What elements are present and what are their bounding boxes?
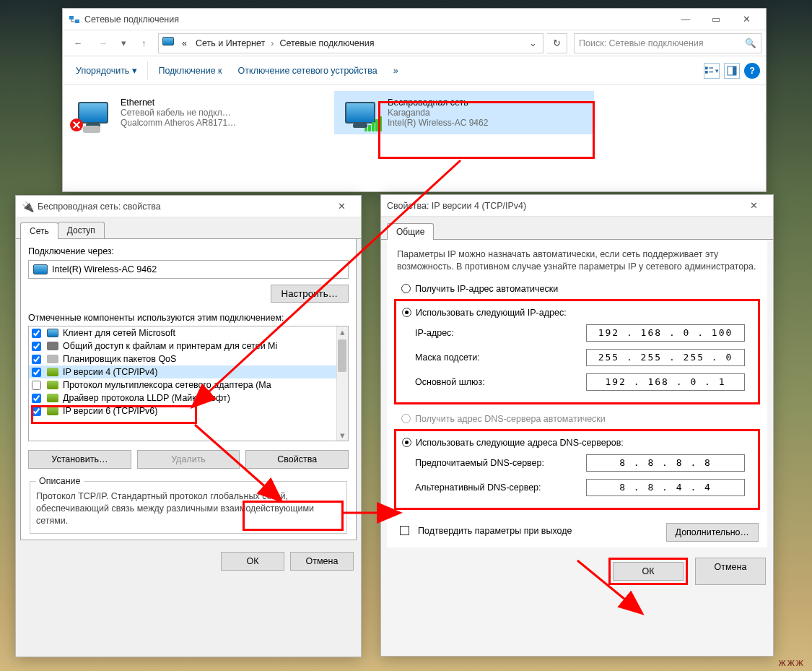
signal-bars-icon (364, 116, 382, 131)
window-titlebar[interactable]: Свойства: IP версии 4 (TCP/IPv4) ✕ (381, 195, 773, 217)
confirm-on-exit[interactable]: Подтвердить параметры при выходе Дополни… (394, 517, 760, 542)
close-button[interactable]: ✕ (326, 197, 357, 215)
window-title: Сетевые подключения (84, 14, 671, 25)
checkbox[interactable] (32, 329, 41, 338)
mask-label: Маска подсети: (415, 352, 586, 363)
checkbox[interactable] (32, 355, 41, 364)
chevron-right-icon: › (269, 38, 275, 48)
window-titlebar[interactable]: Сетевые подключения — ▭ ✕ (63, 9, 766, 30)
ip-input[interactable]: 192 . 168 . 0 . 100 (586, 324, 745, 342)
up-button[interactable]: ↑ (133, 33, 154, 53)
chevron-down-icon: ▾ (132, 65, 137, 76)
control-panel-icon (162, 37, 175, 50)
adapter-name: Беспроводная сеть (388, 98, 488, 108)
connect-to-button[interactable]: Подключение к (151, 61, 229, 80)
dns-group-highlight: Использовать следующие адреса DNS-сервер… (394, 429, 760, 510)
advanced-button[interactable]: Дополнительно… (666, 523, 759, 542)
checkbox-icon (400, 526, 409, 535)
refresh-button[interactable]: ↻ (547, 33, 567, 53)
help-button[interactable]: ? (744, 63, 760, 79)
adapter-icon (33, 264, 48, 274)
svg-rect-7 (733, 66, 736, 75)
breadcrumb-pre[interactable]: « (178, 35, 191, 51)
svg-rect-5 (710, 71, 714, 72)
back-button[interactable]: ← (67, 33, 89, 53)
connect-via-label: Подключение через: (28, 246, 349, 256)
search-placeholder: Поиск: Сетевые подключения (579, 38, 704, 48)
checkbox[interactable] (32, 368, 41, 377)
maximize-button[interactable]: ▭ (701, 10, 731, 28)
list-item: IP версии 6 (TCP/IPv6) (29, 404, 348, 417)
tab-network[interactable]: Сеть (20, 222, 58, 239)
checkbox[interactable] (32, 394, 41, 403)
close-button[interactable]: ✕ (731, 10, 761, 28)
install-button[interactable]: Установить… (28, 450, 131, 469)
disable-device-button[interactable]: Отключение сетевого устройства (231, 61, 385, 80)
checkbox[interactable] (32, 407, 41, 416)
adapter-ethernet[interactable]: Ethernet Сетевой кабель не подкл… Qualco… (67, 91, 327, 134)
adapter-wifi[interactable]: Беспроводная сеть Karaganda Intel(R) Wir… (334, 91, 594, 134)
properties-button[interactable]: Свойства (245, 450, 349, 469)
list-item: Драйвер протокола LLDP (Майкрософт) (29, 391, 348, 404)
list-item: Клиент для сетей Microsoft (29, 326, 348, 339)
breadcrumb-net-connections[interactable]: Сетевые подключения (275, 35, 378, 51)
address-dropdown[interactable]: ⌄ (525, 38, 541, 48)
protocol-icon (47, 407, 58, 415)
tab-general[interactable]: Общие (387, 223, 434, 240)
components-list[interactable]: Клиент для сетей Microsoft Общий доступ … (28, 326, 349, 441)
disconnected-icon (70, 118, 83, 131)
cancel-button[interactable]: Отмена (290, 552, 354, 571)
adapter-status: Сетевой кабель не подкл… (121, 108, 236, 118)
checkbox[interactable] (32, 381, 41, 390)
window-title: Свойства: IP версии 4 (TCP/IPv4) (387, 201, 738, 211)
configure-button[interactable]: Настроить… (271, 285, 349, 303)
forward-button[interactable]: → (92, 33, 114, 53)
ipv4-properties-window: Свойства: IP версии 4 (TCP/IPv4) ✕ Общие… (380, 194, 774, 657)
organize-button[interactable]: Упорядочить▾ (69, 61, 144, 80)
dns1-input[interactable]: 8 . 8 . 8 . 8 (586, 454, 745, 472)
dialog-footer: ОК Отмена (381, 547, 773, 594)
dns2-input[interactable]: 8 . 8 . 4 . 4 (586, 479, 745, 496)
checkbox[interactable] (32, 342, 41, 351)
window-titlebar[interactable]: 🔌 Беспроводная сеть: свойства ✕ (16, 196, 361, 217)
list-item-ipv4: IP версии 4 (TCP/IPv4) (29, 365, 348, 378)
search-input[interactable]: Поиск: Сетевые подключения 🔍 (574, 33, 761, 53)
breadcrumb-net-internet[interactable]: Сеть и Интернет (191, 35, 269, 51)
description-heading: Описание (36, 476, 84, 486)
history-dropdown[interactable]: ▾ (118, 33, 129, 53)
adapter-nic: Intel(R) Wireless-AC 9462 (388, 118, 488, 128)
ip-label: IP-адрес: (415, 328, 586, 338)
radio-use-dns[interactable]: Использовать следующие адреса DNS-сервер… (402, 436, 752, 450)
radio-auto-ip[interactable]: Получить IP-адрес автоматически (394, 282, 760, 296)
command-bar: Упорядочить▾ Подключение к Отключение се… (63, 56, 766, 85)
dns2-label: Альтернативный DNS-сервер: (415, 482, 586, 493)
remove-button: Удалить (137, 450, 240, 469)
preview-pane-button[interactable] (724, 63, 740, 79)
radio-use-ip[interactable]: Использовать следующий IP-адрес: (402, 306, 752, 320)
ip-group-highlight: Использовать следующий IP-адрес: IP-адре… (394, 299, 760, 404)
close-button[interactable]: ✕ (738, 196, 769, 215)
more-commands-button[interactable]: » (386, 61, 406, 80)
scrollbar[interactable]: ▴▾ (336, 326, 348, 441)
client-icon (47, 329, 58, 337)
ok-button[interactable]: ОК (613, 562, 684, 581)
ok-button[interactable]: ОК (221, 552, 284, 571)
address-bar[interactable]: « Сеть и Интернет › Сетевые подключения … (158, 33, 543, 53)
adapter-field: Intel(R) Wireless-AC 9462 (28, 260, 349, 279)
explorer-window: Сетевые подключения — ▭ ✕ ← → ▾ ↑ « Сеть… (62, 8, 767, 192)
svg-rect-2 (705, 66, 708, 69)
tab-access[interactable]: Доступ (58, 222, 105, 238)
tabstrip: Общие (381, 217, 773, 240)
description-text: Протокол TCP/IP. Стандартный протокол гл… (36, 490, 341, 527)
minimize-button[interactable]: — (671, 10, 701, 28)
adapter-properties-window: 🔌 Беспроводная сеть: свойства ✕ Сеть Дос… (15, 195, 362, 657)
cancel-button[interactable]: Отмена (695, 558, 766, 585)
view-options-button[interactable]: ▾ (704, 63, 720, 79)
list-item: Общий доступ к файлам и принтерам для се… (29, 339, 348, 352)
scroll-thumb[interactable] (338, 339, 346, 372)
components-label: Отмеченные компоненты используются этим … (28, 313, 349, 323)
radio-icon (401, 414, 411, 423)
gateway-input[interactable]: 192 . 168 . 0 . 1 (586, 373, 745, 391)
search-icon: 🔍 (745, 38, 756, 48)
mask-input[interactable]: 255 . 255 . 255 . 0 (586, 349, 745, 366)
